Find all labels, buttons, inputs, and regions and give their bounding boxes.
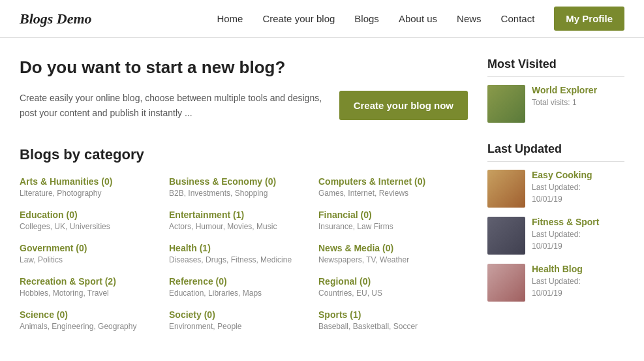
category-item: Arts & Humanities (0) Literature, Photog… xyxy=(20,176,169,198)
hero-title: Do you want to start a new blog? xyxy=(20,57,468,78)
category-item: Computers & Internet (0) Games, Internet… xyxy=(318,176,468,198)
categories-grid: Arts & Humanities (0) Literature, Photog… xyxy=(20,176,468,343)
blog-meta: Last Updated:10/01/19 xyxy=(532,275,624,299)
category-item: Entertainment (1) Actors, Humour, Movies… xyxy=(169,210,318,231)
sidebar: Most Visited World Explorer Total visits… xyxy=(487,57,624,361)
category-name[interactable]: Sports (1) xyxy=(318,309,461,320)
site-logo: Blogs Demo xyxy=(20,10,92,27)
category-desc: Environment, People xyxy=(169,322,312,331)
blog-thumbnail xyxy=(487,264,525,302)
category-desc: Insurance, Law Firms xyxy=(318,222,461,231)
blog-name[interactable]: Health Blog xyxy=(532,264,624,274)
most-visited-title: Most Visited xyxy=(487,57,624,77)
category-item: Education (0) Colleges, UK, Universities xyxy=(20,210,169,231)
most-visited-item: World Explorer Total visits: 1 xyxy=(487,85,624,123)
category-desc: Law, Politics xyxy=(20,255,162,264)
category-item: Health (1) Diseases, Drugs, Fitness, Med… xyxy=(169,243,318,264)
category-name[interactable]: Government (0) xyxy=(20,243,162,253)
hero-section: Do you want to start a new blog? Create … xyxy=(20,57,468,120)
nav-links: Home Create your blog Blogs About us New… xyxy=(217,13,534,24)
categories-section: Blogs by category Arts & Humanities (0) … xyxy=(20,146,468,343)
category-name[interactable]: Financial (0) xyxy=(318,210,461,220)
category-item: Government (0) Law, Politics xyxy=(20,243,169,264)
nav-contact[interactable]: Contact xyxy=(501,13,535,24)
most-visited-section: Most Visited World Explorer Total visits… xyxy=(487,57,624,123)
nav-news[interactable]: News xyxy=(457,13,482,24)
category-name[interactable]: Science (0) xyxy=(20,309,162,320)
category-name[interactable]: Entertainment (1) xyxy=(169,210,312,220)
blog-info: Health Blog Last Updated:10/01/19 xyxy=(532,264,624,299)
category-name[interactable]: Computers & Internet (0) xyxy=(318,176,461,187)
blog-meta: Total visits: 1 xyxy=(532,97,624,108)
blog-info: World Explorer Total visits: 1 xyxy=(532,85,624,108)
blog-thumbnail xyxy=(487,170,525,208)
blog-name[interactable]: Fitness & Sport xyxy=(532,217,624,227)
category-item: Sports (1) Baseball, Basketball, Soccer xyxy=(318,309,468,331)
category-desc: Countries, EU, US xyxy=(318,289,461,298)
nav-about[interactable]: About us xyxy=(399,13,437,24)
category-desc: Games, Internet, Reviews xyxy=(318,189,461,198)
category-desc: Diseases, Drugs, Fitness, Medicine xyxy=(169,255,312,264)
category-desc: Baseball, Basketball, Soccer xyxy=(318,322,461,331)
category-name[interactable]: Reference (0) xyxy=(169,276,312,287)
category-name[interactable]: News & Media (0) xyxy=(318,243,461,253)
blog-meta: Last Updated:10/01/19 xyxy=(532,181,624,205)
hero-inner: Create easily your online blog, choose b… xyxy=(20,91,468,120)
nav-blogs[interactable]: Blogs xyxy=(354,13,379,24)
category-desc: Colleges, UK, Universities xyxy=(20,222,162,231)
navbar: Blogs Demo Home Create your blog Blogs A… xyxy=(0,0,644,38)
last-updated-title: Last Updated xyxy=(487,142,624,162)
last-updated-item: Fitness & Sport Last Updated:10/01/19 xyxy=(487,217,624,255)
category-desc: Literature, Photography xyxy=(20,189,162,198)
category-desc: Education, Libraries, Maps xyxy=(169,289,312,298)
blog-info: Easy Cooking Last Updated:10/01/19 xyxy=(532,170,624,205)
category-item: Society (0) Environment, People xyxy=(169,309,318,331)
category-item: Business & Economy (0) B2B, Investments,… xyxy=(169,176,318,198)
category-item: Science (0) Animals, Engineering, Geogra… xyxy=(20,309,169,331)
category-name[interactable]: Recreation & Sport (2) xyxy=(20,276,162,287)
category-desc: Animals, Engineering, Geography xyxy=(20,322,162,331)
blog-thumbnail xyxy=(487,85,525,123)
main-content: Do you want to start a new blog? Create … xyxy=(20,57,487,361)
category-desc: Hobbies, Motoring, Travel xyxy=(20,289,162,298)
blog-info: Fitness & Sport Last Updated:10/01/19 xyxy=(532,217,624,252)
blog-name[interactable]: World Explorer xyxy=(532,85,624,95)
category-desc: Newspapers, TV, Weather xyxy=(318,255,461,264)
last-updated-item: Health Blog Last Updated:10/01/19 xyxy=(487,264,624,302)
last-updated-section: Last Updated Easy Cooking Last Updated:1… xyxy=(487,142,624,302)
blog-thumbnail xyxy=(487,217,525,255)
category-name[interactable]: Arts & Humanities (0) xyxy=(20,176,162,187)
categories-title: Blogs by category xyxy=(20,146,468,163)
category-name[interactable]: Health (1) xyxy=(169,243,312,253)
my-profile-button[interactable]: My Profile xyxy=(554,7,624,31)
category-name[interactable]: Society (0) xyxy=(169,309,312,320)
category-desc: Actors, Humour, Movies, Music xyxy=(169,222,312,231)
category-desc: B2B, Investments, Shopping xyxy=(169,189,312,198)
category-name[interactable]: Education (0) xyxy=(20,210,162,220)
category-item: Recreation & Sport (2) Hobbies, Motoring… xyxy=(20,276,169,298)
blog-name[interactable]: Easy Cooking xyxy=(532,170,624,180)
last-updated-item: Easy Cooking Last Updated:10/01/19 xyxy=(487,170,624,208)
blog-meta: Last Updated:10/01/19 xyxy=(532,228,624,252)
category-item: Financial (0) Insurance, Law Firms xyxy=(318,210,468,231)
hero-text: Create easily your online blog, choose b… xyxy=(20,91,326,120)
page-body: Do you want to start a new blog? Create … xyxy=(0,38,644,361)
category-item: News & Media (0) Newspapers, TV, Weather xyxy=(318,243,468,264)
nav-create-blog[interactable]: Create your blog xyxy=(262,13,335,24)
create-blog-now-button[interactable]: Create your blog now xyxy=(339,91,468,120)
category-item: Reference (0) Education, Libraries, Maps xyxy=(169,276,318,298)
category-item: Regional (0) Countries, EU, US xyxy=(318,276,468,298)
category-name[interactable]: Regional (0) xyxy=(318,276,461,287)
nav-home[interactable]: Home xyxy=(217,13,243,24)
category-name[interactable]: Business & Economy (0) xyxy=(169,176,312,187)
